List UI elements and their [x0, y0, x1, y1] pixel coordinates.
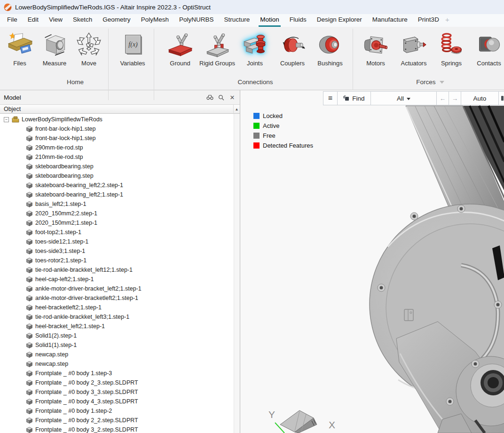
tree-item-row[interactable]: Frontplate _ #0 body 1.step-2	[0, 406, 234, 416]
tree-item-row[interactable]: toes-side3;1.step-1	[0, 246, 234, 256]
hamburger-icon: ≡	[328, 94, 332, 102]
svg-text:f(x): f(x)	[128, 41, 138, 48]
toolbar-menu-button[interactable]: ≡	[323, 91, 338, 105]
tree-item-row[interactable]: ankle-motor-driver-bracketleft2;1.step-1	[0, 293, 234, 303]
joint-type-filter-dropdown[interactable]: All	[371, 91, 437, 105]
tree-item-row[interactable]: toes-rotor2;1.step-1	[0, 256, 234, 265]
toolbar-overflow-button[interactable]	[499, 91, 504, 105]
part-cube-icon	[26, 135, 33, 142]
tree-item-row[interactable]: Frontplate _ #0 body 2_3.step.SLDPRT	[0, 378, 234, 387]
menu-structure[interactable]: Structure	[219, 14, 255, 27]
3d-viewport[interactable]: ≡ Find All ← → Auto Locked	[240, 90, 504, 433]
tree-item-row[interactable]: 210mm-tie-rod.stp	[0, 152, 234, 162]
add-ribbon-tab-icon[interactable]: +	[444, 14, 452, 27]
part-cube-icon	[26, 163, 33, 170]
ribbon-tool-variables[interactable]: f(x) Variables	[113, 31, 152, 67]
next-button[interactable]: →	[449, 91, 461, 105]
ribbon-tool-couplers[interactable]: Couplers	[273, 31, 312, 67]
find-binoculars-icon[interactable]	[206, 94, 213, 101]
tree-item-row[interactable]: 2020_150mm2;2.step-1	[0, 209, 234, 218]
tree-item-row[interactable]: toes-side12;1.step-1	[0, 237, 234, 246]
find-joints-button[interactable]: Find	[338, 91, 371, 105]
tree-item-row[interactable]: skateboard-bearing_left2;1.step-1	[0, 190, 234, 199]
legend-row: Active	[253, 121, 313, 131]
tree-column-header[interactable]: Object	[0, 104, 233, 114]
tree-item-row[interactable]: tie-rod-ankle-brackket_left3;1.step-1	[0, 312, 234, 322]
tree-item-row[interactable]: ankle-motor-driver-bracket_left2;1.step-…	[0, 284, 234, 293]
menu-file[interactable]: File	[2, 14, 23, 27]
ribbon-group-forces[interactable]: Forces	[404, 79, 456, 86]
tree-scrollbar[interactable]	[234, 114, 240, 433]
part-cube-icon	[26, 248, 33, 255]
tree-item-label: toes-side3;1.step-1	[35, 248, 85, 254]
menu-design-explorer[interactable]: Design Explorer	[312, 14, 367, 27]
ribbon-tool-joints[interactable]: Joints	[235, 31, 275, 67]
tree-item-row[interactable]: Frontplate _ #0 body 3_3.step.SLDPRT	[0, 387, 234, 397]
ribbon-tool-move[interactable]: Move	[69, 31, 109, 67]
tree-item-row[interactable]: Frontplate _ #0 body 3_2.step.SLDPRT	[0, 425, 234, 433]
part-cube-icon	[26, 295, 33, 302]
tree-item-row[interactable]: Frontplate _ #0 body 2_2.step.SLDPRT	[0, 416, 234, 425]
ribbon-tool-files[interactable]: Files	[0, 31, 39, 67]
measure-icon	[41, 31, 68, 58]
menu-print3d[interactable]: Print3D	[413, 14, 444, 27]
auto-button[interactable]: Auto	[461, 91, 499, 105]
tree-item-label: heel-bracket_left2;1.step-1	[35, 323, 105, 330]
tree-item-row[interactable]: skateboard-bearing_left2;2.step-1	[0, 181, 234, 190]
collapse-icon[interactable]: −	[4, 117, 9, 122]
ribbon-group-home[interactable]: Home	[56, 79, 94, 86]
tree-root-row[interactable]: − LowerBodySimplifiedwTieRods	[0, 115, 234, 124]
menu-fluids[interactable]: Fluids	[284, 14, 312, 27]
menu-geometry[interactable]: Geometry	[97, 14, 135, 27]
menu-edit[interactable]: Edit	[23, 14, 44, 27]
menu-motion[interactable]: Motion	[255, 14, 284, 27]
tree-item-label: Solid1(2).step-1	[35, 332, 77, 339]
tree-item-row[interactable]: Frontplate _ #0 body 4_3.step.SLDPRT	[0, 397, 234, 406]
ribbon-tool-rigid-groups[interactable]: Rigid Groups	[197, 31, 237, 67]
tree-item-row[interactable]: heel-bracket_left2;1.step-1	[0, 322, 234, 331]
tree-item-row[interactable]: newcap.step	[0, 359, 234, 369]
tree-item-row[interactable]: skteboardbearing.step	[0, 171, 234, 181]
ribbon-group-connections[interactable]: Connections	[227, 79, 284, 86]
tree-item-row[interactable]: basis_left2;1.step-1	[0, 199, 234, 209]
menu-sketch[interactable]: Sketch	[68, 14, 97, 27]
ribbon-tool-contacts[interactable]: Contacts	[469, 31, 504, 67]
menu-manufacture[interactable]: Manufacture	[367, 14, 413, 27]
scroll-up-icon[interactable]: ▲	[233, 104, 240, 114]
tree-item-row[interactable]: 290mm-tie-rod.stp	[0, 143, 234, 152]
tree-item-row[interactable]: 2020_150mm2;1.step-1	[0, 218, 234, 228]
search-icon[interactable]	[217, 94, 225, 101]
tree-item-row[interactable]: skteboardbearing.step	[0, 162, 234, 171]
tree-item-row[interactable]: Solid1(1).step-1	[0, 340, 234, 350]
ribbon-tool-ground[interactable]: Ground	[160, 31, 200, 67]
tree-item-row[interactable]: heel-bracketleft2;1.step-1	[0, 303, 234, 312]
legend-label: Active	[263, 122, 279, 129]
previous-button[interactable]: ←	[437, 91, 449, 105]
tree-item-row[interactable]: Solid1(2).step-1	[0, 331, 234, 340]
menu-polymesh[interactable]: PolyMesh	[136, 14, 174, 27]
tree-item-row[interactable]: newcap.step	[0, 350, 234, 359]
tree-item-row[interactable]: Frontplate _ #0 body 1.step-3	[0, 369, 234, 378]
ribbon-tool-springs[interactable]: Springs	[432, 31, 471, 67]
model-panel-title: Model	[4, 94, 206, 101]
tree-item-label: tie-rod-ankle-brackket_left12;1.step-1	[35, 267, 133, 273]
tree-item-label: heel-bracketleft2;1.step-1	[35, 304, 102, 311]
part-cube-icon	[26, 426, 33, 433]
tree-item-row[interactable]: front-bar-lock-hip1.step	[0, 124, 234, 134]
tree-item-row[interactable]: foot-top2;1.step-1	[0, 228, 234, 237]
menu-view[interactable]: View	[44, 14, 68, 27]
ribbon-tool-measure[interactable]: Measure	[35, 31, 74, 67]
tree-item-row[interactable]: tie-rod-ankle-brackket_left12;1.step-1	[0, 265, 234, 275]
menu-polynurbs[interactable]: PolyNURBS	[174, 14, 219, 27]
close-panel-icon[interactable]: ✕	[228, 94, 236, 101]
ground-icon	[167, 31, 193, 58]
part-cube-icon	[26, 351, 33, 358]
tree-item-label: 290mm-tie-rod.stp	[35, 144, 83, 151]
tree-item-row[interactable]: front-bar-lock-hip1.step	[0, 134, 234, 143]
ribbon-tool-bushings[interactable]: Bushings	[310, 31, 350, 67]
ribbon-tool-motors[interactable]: Motors	[356, 31, 395, 67]
tree-item-label: toes-rotor2;1.step-1	[35, 257, 87, 264]
model-tree: − LowerBodySimplifiedwTieRods	[0, 114, 234, 433]
tree-item-row[interactable]: heel-cap-left2;1.step-1	[0, 275, 234, 284]
ribbon-tool-actuators[interactable]: Actuators	[394, 31, 433, 67]
